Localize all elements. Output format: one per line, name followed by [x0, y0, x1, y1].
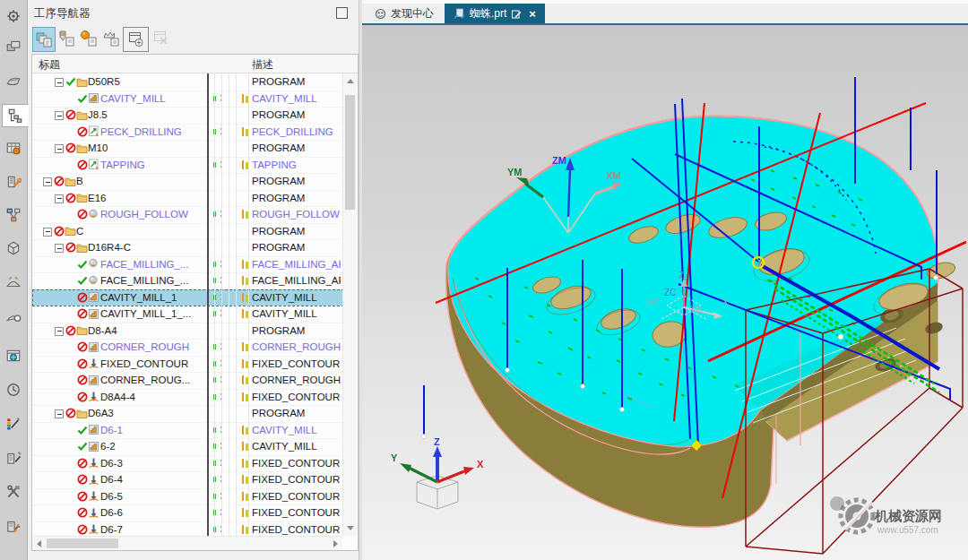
tree-row[interactable]: D16R4-CPROGRAM [32, 239, 344, 257]
assembly-navigator-icon[interactable] [3, 36, 24, 57]
tree-row[interactable]: D6-3FIXED_CONTOUR [32, 455, 344, 473]
horizontal-scrollbar[interactable] [32, 536, 342, 550]
machine-tool-builder-icon[interactable] [3, 171, 24, 193]
close-tab-icon[interactable]: × [529, 8, 536, 20]
tree-row[interactable]: TAPPINGTAPPING [32, 157, 344, 175]
cube-z-label: Z [434, 436, 440, 447]
machine-tool-view-button[interactable] [56, 27, 77, 50]
tree-row[interactable]: D6-6FIXED_CONTOUR [32, 504, 344, 522]
folder-icon [76, 142, 88, 154]
tree-row[interactable]: D8A4-4FIXED_CONTOUR [32, 389, 344, 407]
process-flow-icon[interactable] [3, 204, 24, 226]
column-header-title[interactable]: 标题 [39, 57, 60, 73]
contour-icon [88, 457, 99, 469]
machine-tool-navigator-icon[interactable] [3, 137, 24, 159]
history-icon[interactable] [3, 379, 24, 401]
operation-title: TAPPING [100, 157, 145, 174]
horizontal-scroll-thumb[interactable] [47, 538, 118, 548]
wcs-xc-label: XC [690, 305, 703, 314]
parts-library-icon[interactable] [3, 237, 24, 259]
operation-title: D16R4-C [88, 239, 131, 256]
surface-analysis-icon[interactable] [3, 271, 24, 293]
operation-navigator-icon[interactable] [2, 104, 29, 127]
expand-toggle[interactable] [55, 327, 64, 336]
status-complete-icon [77, 425, 88, 435]
tree-row[interactable]: D6-5FIXED_CONTOUR [32, 488, 344, 506]
operation-tree: D50R5PROGRAMCAVITY_MILLCAVITY_MILLJ8.5PR… [31, 54, 359, 551]
tree-row[interactable]: CPROGRAM [32, 223, 344, 241]
measure-tool-icon[interactable] [3, 306, 24, 327]
tree-header: 标题 描述 [32, 55, 358, 73]
status-complete-icon [65, 76, 76, 87]
cavity-icon [88, 291, 99, 303]
scroll-left-arrow[interactable] [37, 540, 41, 547]
tree-row[interactable]: PECK_DRILLINGPECK_DRILLING [32, 124, 344, 142]
wcs-zc-label: ZC [664, 288, 676, 297]
tree-row[interactable]: D50R5PROGRAM [32, 73, 344, 91]
tree-row[interactable]: D6-1CAVITY_MILL [32, 422, 344, 440]
tree-row[interactable]: 6-2CAVITY_MILL [32, 438, 344, 456]
robot-cell-icon[interactable] [3, 515, 24, 537]
view-triad[interactable]: Z Y X [391, 436, 484, 509]
part-navigator-icon[interactable] [3, 70, 24, 91]
scroll-down-arrow[interactable] [347, 526, 354, 530]
expand-toggle[interactable] [43, 177, 52, 186]
status-blocked-icon [77, 341, 88, 352]
expand-toggle[interactable] [55, 194, 64, 203]
tree-row[interactable]: FACE_MILLING_...FACE_MILLING_AR [32, 256, 344, 274]
tree-row[interactable]: CORNER_ROUGHCORNER_ROUGH [32, 339, 344, 357]
scroll-right-arrow[interactable] [333, 540, 338, 547]
expand-toggle[interactable] [55, 144, 64, 153]
web-browser-icon[interactable] [3, 345, 24, 366]
operation-title: ROUGH_FOLLOW [100, 206, 188, 223]
visual-reports-icon[interactable] [3, 413, 24, 435]
expand-toggle[interactable] [55, 244, 64, 253]
operation-description: CAVITY_MILL [252, 90, 341, 108]
tree-row[interactable]: D6-4FIXED_CONTOUR [32, 471, 344, 489]
settings-icon[interactable] [3, 5, 24, 27]
cavity-icon [88, 341, 99, 353]
expand-toggle[interactable] [55, 409, 64, 418]
geometry-view-button[interactable] [78, 27, 99, 50]
graphics-viewport[interactable]: ZM YM XM Z ZC YC XC X Z Y X 机械资源网 w [362, 25, 968, 560]
tab-bar: 发现中心 蜘蛛.prt × [362, 4, 968, 25]
tree-row[interactable]: ROUGH_FOLLOWROUGH_FOLLOW [32, 206, 344, 224]
expand-toggle[interactable] [55, 78, 64, 87]
operation-description: PROGRAM [252, 73, 341, 90]
mill3d-icon [88, 209, 99, 220]
program-order-view-button[interactable] [32, 27, 56, 52]
tree-row[interactable]: M10PROGRAM [32, 140, 344, 158]
tree-row[interactable]: E16PROGRAM [32, 190, 344, 208]
tree-row[interactable]: D8-A4PROGRAM [32, 323, 344, 340]
mcs-y-label: YM [507, 167, 523, 177]
utilities-icon[interactable] [3, 481, 24, 503]
tab-part-file[interactable]: 蜘蛛.prt × [445, 4, 545, 23]
watermark-title: 机械资源网 [874, 508, 942, 523]
tree-row[interactable]: FACE_MILLING_...FACE_MILLING_AR [32, 272, 344, 290]
tree-row[interactable]: D6A3PROGRAM [32, 405, 344, 423]
scroll-up-arrow[interactable] [347, 79, 354, 83]
issue-management-icon[interactable] [3, 447, 24, 469]
float-panel-button[interactable] [336, 7, 348, 19]
operation-description: PROGRAM [252, 107, 341, 124]
tree-row[interactable]: CAVITY_MILLCAVITY_MILL [32, 90, 344, 108]
expand-toggle[interactable] [43, 228, 52, 237]
tab-discovery-center[interactable]: 发现中心 [366, 4, 443, 23]
operation-title: FACE_MILLING_... [100, 256, 188, 273]
column-header-description[interactable]: 描述 [252, 57, 273, 73]
find-in-navigator-button[interactable] [123, 27, 149, 52]
operation-description: FIXED_CONTOUR [252, 488, 341, 505]
tree-row[interactable]: CAVITY_MILL_1CAVITY_MILL [32, 289, 344, 307]
vertical-scrollbar[interactable] [342, 73, 357, 536]
operation-title: D6-6 [100, 504, 123, 521]
expand-toggle[interactable] [55, 111, 64, 120]
tree-row[interactable]: J8.5PROGRAM [32, 107, 344, 125]
tree-row[interactable]: CORNER_ROUG...CORNER_ROUGH [32, 372, 344, 390]
machining-method-view-button[interactable] [100, 27, 122, 50]
tree-row[interactable]: FIXED_CONTOURFIXED_CONTOUR [32, 356, 344, 374]
cavity-icon [88, 92, 99, 104]
tree-row[interactable]: BPROGRAM [32, 173, 344, 191]
vertical-scroll-thumb[interactable] [345, 95, 355, 210]
column-divider[interactable] [207, 55, 209, 537]
tree-row[interactable]: CAVITY_MILL_1_...CAVITY_MILL [32, 306, 344, 323]
